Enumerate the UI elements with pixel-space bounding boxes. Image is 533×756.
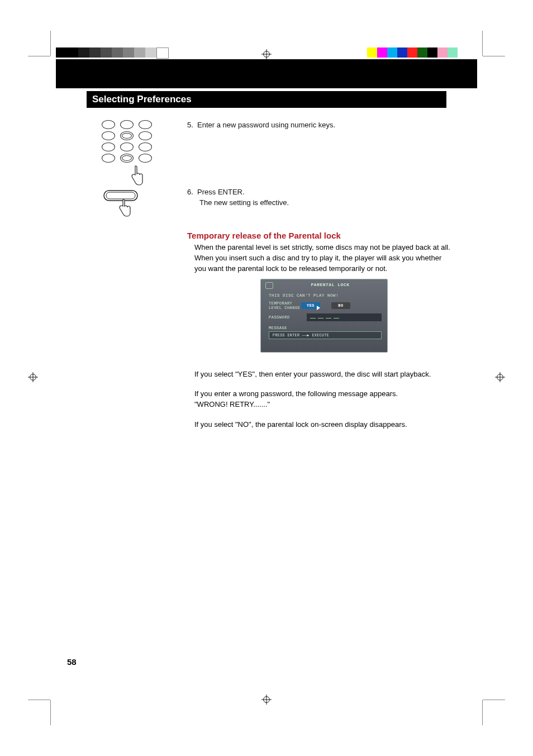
crop-mark bbox=[482, 31, 483, 56]
parental-lock-osd-screenshot: PARENTAL LOCK THIS DISC CAN'T PLAY NOW! … bbox=[260, 279, 388, 353]
crop-mark bbox=[50, 700, 51, 725]
step-subtext: The new setting is effective. bbox=[199, 198, 289, 207]
grayscale-calibration-bar bbox=[56, 47, 169, 59]
step-text: Press ENTER. bbox=[197, 188, 245, 196]
osd-header: PARENTAL LOCK bbox=[311, 282, 350, 287]
registration-mark-icon bbox=[261, 695, 272, 707]
crop-mark bbox=[28, 700, 50, 700]
osd-warning-line: THIS DISC CAN'T PLAY NOW! bbox=[269, 293, 387, 298]
instruction-step-5: 5. Enter a new password using numeric ke… bbox=[187, 120, 455, 131]
crop-mark bbox=[482, 700, 483, 725]
enter-button-illustration bbox=[103, 189, 142, 224]
crop-mark bbox=[483, 56, 505, 56]
step-number: 5. bbox=[187, 121, 193, 129]
manual-page: Selecting Preferences 5. Enter a new pas… bbox=[0, 0, 533, 756]
header-black-band bbox=[56, 59, 477, 88]
instruction-step-6: 6. Press ENTER. The new setting is effec… bbox=[187, 187, 455, 208]
pointing-hand-icon bbox=[129, 165, 152, 188]
result-paragraph-wrong: If you enter a wrong password, the follo… bbox=[194, 389, 457, 410]
osd-password-field bbox=[307, 313, 382, 321]
page-number: 58 bbox=[67, 657, 77, 667]
color-calibration-bar bbox=[367, 47, 458, 58]
osd-message-label: MESSAGE bbox=[269, 326, 382, 330]
subsection-heading: Temporary release of the Parental lock bbox=[187, 231, 341, 240]
registration-mark-icon bbox=[495, 372, 505, 384]
numeric-keypad-illustration bbox=[102, 120, 152, 188]
result-paragraph-yes: If you select "YES", then enter your pas… bbox=[194, 369, 457, 380]
step-number: 6. bbox=[187, 188, 193, 196]
osd-level-change-label: TEMPORARYLEVEL CHANGE bbox=[269, 301, 301, 310]
section-title-bar: Selecting Preferences bbox=[87, 91, 446, 108]
cursor-arrow-icon bbox=[317, 306, 320, 310]
osd-yes-option: YES bbox=[301, 302, 320, 309]
svg-rect-13 bbox=[106, 192, 135, 199]
osd-password-label: PASSWORD bbox=[269, 315, 301, 320]
subsection-description: When the parental level is set strictly,… bbox=[194, 243, 451, 274]
step-text: Enter a new password using numeric keys. bbox=[197, 121, 335, 129]
crop-mark bbox=[50, 31, 51, 56]
result-paragraph-no: If you select "NO", the parental lock on… bbox=[194, 420, 457, 430]
lock-icon bbox=[265, 282, 273, 289]
section-title-text: Selecting Preferences bbox=[92, 94, 192, 105]
registration-mark-icon bbox=[28, 372, 38, 384]
osd-message-box: PRESS ENTER ──▶ EXECUTE bbox=[269, 331, 382, 339]
osd-no-option: NO bbox=[331, 302, 350, 309]
crop-mark bbox=[28, 56, 50, 56]
crop-mark bbox=[483, 700, 505, 700]
